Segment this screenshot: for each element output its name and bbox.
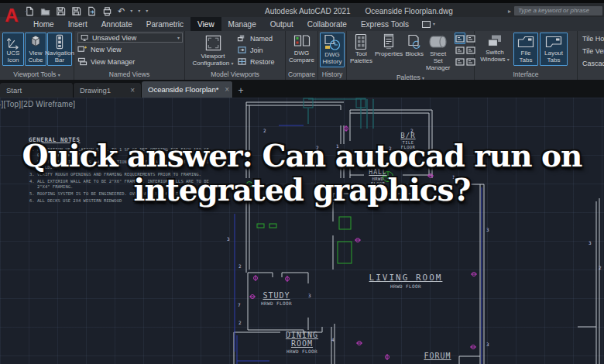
panel-caret-icon: ▾ <box>58 73 60 77</box>
room-label-dining-room: DINING ROOM HRWD FLOOR <box>282 331 322 354</box>
tab-collaborate[interactable]: Collaborate <box>300 17 354 31</box>
drawing-canvas[interactable]: [-][Top][2D Wireframe] GENERAL NOTES FOU… <box>0 98 604 364</box>
viewport-controls-label[interactable]: [-][Top][2D Wireframe] <box>0 100 75 108</box>
ribbon-tab-bar: Home Insert Annotate Parametric View Man… <box>0 17 604 31</box>
dim-number: 3 <box>486 227 489 232</box>
switch-windows-button[interactable]: Switch Windows ▾ <box>478 33 512 64</box>
tile-vertically-label: Tile Vertically <box>582 47 604 55</box>
file-tab-drawing1-label: Drawing1 <box>80 86 111 94</box>
tab-insert[interactable]: Insert <box>61 17 94 31</box>
markup-palette-icon[interactable] <box>455 44 465 56</box>
viewport-configuration-icon <box>204 33 223 53</box>
named-viewports-label: Named <box>250 35 273 43</box>
tool-palettes-button[interactable]: Tool Palettes <box>349 33 373 66</box>
layout-tabs-button[interactable]: Layout Tabs <box>540 33 568 66</box>
tab-parametric[interactable]: Parametric <box>139 17 190 31</box>
palette-mini-grid <box>455 33 476 67</box>
blocks-label: Blocks <box>405 51 424 58</box>
tab-manage[interactable]: Manage <box>221 17 263 31</box>
file-tab-oceanside[interactable]: Oceanside Floorplan* × <box>142 81 233 98</box>
properties-icon <box>381 33 396 50</box>
panel-window: Tile Horizontally Tile Vertically Cascad… <box>578 31 604 80</box>
qat-customize-icon[interactable]: ▾ <box>146 9 148 13</box>
command-line-palette-icon[interactable] <box>455 33 465 44</box>
tab-annotate[interactable]: Annotate <box>94 17 139 31</box>
tab-home[interactable]: Home <box>26 17 61 31</box>
panel-label-history[interactable]: History <box>318 70 346 80</box>
dim-number: 7 <box>238 302 241 307</box>
panel-history: DWG History History <box>318 31 347 80</box>
properties-button[interactable]: Properties <box>374 33 403 59</box>
document-title: Oceanside Floorplan.dwg <box>365 7 452 15</box>
restore-viewports-button[interactable]: Restore <box>237 56 275 67</box>
new-drawing-tab-button[interactable]: + <box>233 83 249 98</box>
dim-number: 2 <box>263 128 266 133</box>
redo-icon[interactable]: ↷ <box>25 7 28 15</box>
search-arrow-icon[interactable]: ▸ <box>508 8 511 15</box>
undo-caret-icon[interactable]: ▾ <box>130 9 132 13</box>
panel-label-interface[interactable]: Interface <box>475 70 577 80</box>
tab-view[interactable]: View <box>190 17 221 31</box>
layout-tabs-icon <box>544 34 563 50</box>
sheet-set-manager-button[interactable]: Sheet Set Manager <box>425 33 451 73</box>
view-manager-label: View Manager <box>91 58 135 66</box>
file-tabs-button[interactable]: File Tabs <box>513 33 538 66</box>
navigation-bar-label: Navigation Bar <box>45 50 74 64</box>
search-input[interactable]: Type a keyword or phrase <box>514 6 602 15</box>
blocks-button[interactable]: Blocks <box>404 33 424 59</box>
redo-caret-icon[interactable]: ▾ <box>138 9 140 13</box>
save-icon[interactable] <box>56 6 66 16</box>
dwg-compare-button[interactable]: DWG Compare <box>287 33 316 65</box>
join-viewports-button[interactable]: Join <box>237 44 275 56</box>
undo-icon[interactable]: ↶ <box>118 7 125 15</box>
tab-output[interactable]: Output <box>263 17 300 31</box>
cascade-button[interactable]: Cascade <box>579 57 602 69</box>
panel-palettes: Tool Palettes Properties Blocks Sheet Se… <box>347 31 475 80</box>
close-icon[interactable]: × <box>218 85 229 94</box>
panel-label-viewport-tools[interactable]: Viewport Tools ▾ <box>0 70 74 80</box>
autocad-logo[interactable]: A <box>2 5 21 28</box>
dim-number: 4 <box>331 337 335 342</box>
dwg-history-button[interactable]: DWG History <box>320 33 345 67</box>
ribbon-display-icon[interactable] <box>422 21 431 28</box>
view-manager-button[interactable]: View Manager <box>77 56 183 67</box>
tool-palettes-icon <box>353 33 369 50</box>
dim-number: 3 <box>589 240 592 246</box>
file-tab-drawing1[interactable]: Drawing1 × <box>74 83 142 98</box>
tile-vertically-button[interactable]: Tile Vertically <box>579 45 602 57</box>
tile-horizontally-label: Tile Horizontally <box>582 35 604 43</box>
file-tab-oceanside-label: Oceanside Floorplan* <box>148 85 218 94</box>
dim-number: 3 <box>308 293 311 298</box>
restore-viewports-icon <box>237 57 247 66</box>
dim-number: 2 <box>599 265 602 270</box>
close-icon[interactable]: × <box>124 86 135 94</box>
view-dropdown[interactable]: Unsaved View ▾ <box>77 33 183 43</box>
save-as-icon[interactable] <box>71 6 81 16</box>
file-tabs-icon <box>516 34 535 50</box>
dwg-compare-label: DWG Compare <box>288 50 315 64</box>
tab-express-tools[interactable]: Express Tools <box>354 17 416 31</box>
tile-horizontally-button[interactable]: Tile Horizontally <box>579 33 602 44</box>
panel-label-model-viewports[interactable]: Model Viewports <box>185 70 285 80</box>
quickcalc-palette-icon[interactable] <box>455 56 465 67</box>
open-file-icon[interactable] <box>40 6 50 16</box>
dim-number: 2 <box>410 128 414 133</box>
view-cube-button[interactable]: View Cube <box>25 33 46 66</box>
navigation-bar-button[interactable]: Navigation Bar <box>47 33 72 66</box>
ucs-icon-button[interactable]: UCS Icon <box>2 33 24 66</box>
sheet-set-manager-label: Sheet Set Manager <box>426 51 451 72</box>
named-viewports-button[interactable]: Named <box>237 33 275 44</box>
panel-named-views: Unsaved View ▾ New View View Manager Nam… <box>74 31 185 80</box>
panel-label-named-views[interactable]: Named Views <box>74 70 184 80</box>
new-view-button[interactable]: New View <box>77 43 183 55</box>
viewport-configuration-button[interactable]: Viewport Configuration ▾ <box>191 33 235 68</box>
export-icon[interactable] <box>87 6 97 16</box>
tool-palettes-label: Tool Palettes <box>350 51 372 65</box>
dropdown-caret-icon: ▾ <box>177 36 180 40</box>
ribbon-display-caret-icon[interactable]: ▾ <box>433 22 435 26</box>
navigation-bar-icon <box>52 34 67 50</box>
plot-icon[interactable] <box>102 6 112 16</box>
panel-label-compare[interactable]: Compare <box>286 70 317 80</box>
file-tab-start[interactable]: Start <box>0 83 74 98</box>
dim-number: 2 <box>239 320 242 325</box>
